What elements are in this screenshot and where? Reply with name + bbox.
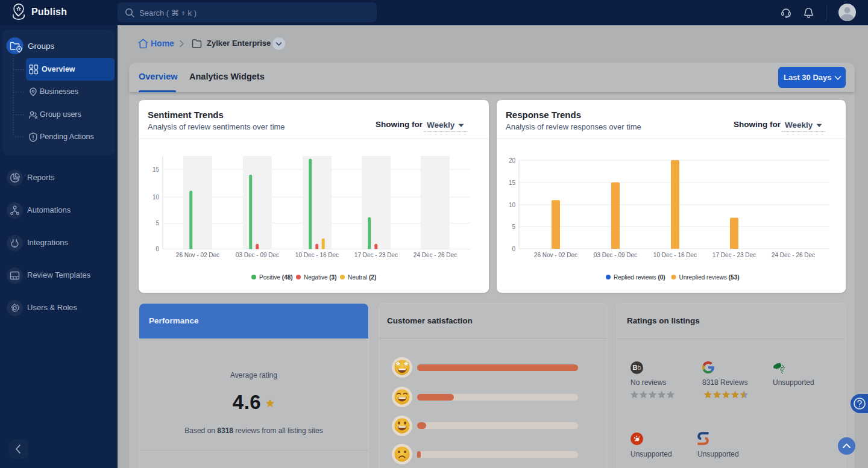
svg-text:03 Dec - 09 Dec: 03 Dec - 09 Dec xyxy=(236,252,279,258)
svg-text:03 Dec - 09 Dec: 03 Dec - 09 Dec xyxy=(594,252,637,258)
svg-text:15: 15 xyxy=(509,179,516,186)
svg-text:Neutral (2): Neutral (2) xyxy=(348,274,376,281)
svg-text:Negative (3): Negative (3) xyxy=(304,274,336,281)
svg-text:24 Dec - 26 Dec: 24 Dec - 26 Dec xyxy=(414,252,457,258)
svg-text:Replied reviews (0): Replied reviews (0) xyxy=(614,274,665,281)
svg-text:24 Dec - 26 Dec: 24 Dec - 26 Dec xyxy=(772,252,815,258)
svg-text:26 Nov - 02 Dec: 26 Nov - 02 Dec xyxy=(176,252,219,258)
svg-text:26 Nov - 02 Dec: 26 Nov - 02 Dec xyxy=(534,252,577,258)
svg-text:10 Dec - 16 Dec: 10 Dec - 16 Dec xyxy=(653,252,697,258)
svg-text:Positive (48): Positive (48) xyxy=(259,274,293,281)
svg-text:17 Dec - 23 Dec: 17 Dec - 23 Dec xyxy=(354,252,398,258)
svg-text:5: 5 xyxy=(156,220,159,226)
svg-text:10: 10 xyxy=(153,194,160,201)
svg-text:5: 5 xyxy=(512,223,515,230)
svg-text:Unreplied reviews (53): Unreplied reviews (53) xyxy=(679,274,740,281)
svg-text:15: 15 xyxy=(153,166,160,173)
svg-text:10 Dec - 16 Dec: 10 Dec - 16 Dec xyxy=(295,252,339,258)
svg-text:0: 0 xyxy=(156,246,159,252)
svg-text:17 Dec - 23 Dec: 17 Dec - 23 Dec xyxy=(712,252,756,258)
svg-text:0: 0 xyxy=(512,246,515,252)
svg-text:20: 20 xyxy=(509,157,516,164)
svg-text:10: 10 xyxy=(509,202,516,208)
